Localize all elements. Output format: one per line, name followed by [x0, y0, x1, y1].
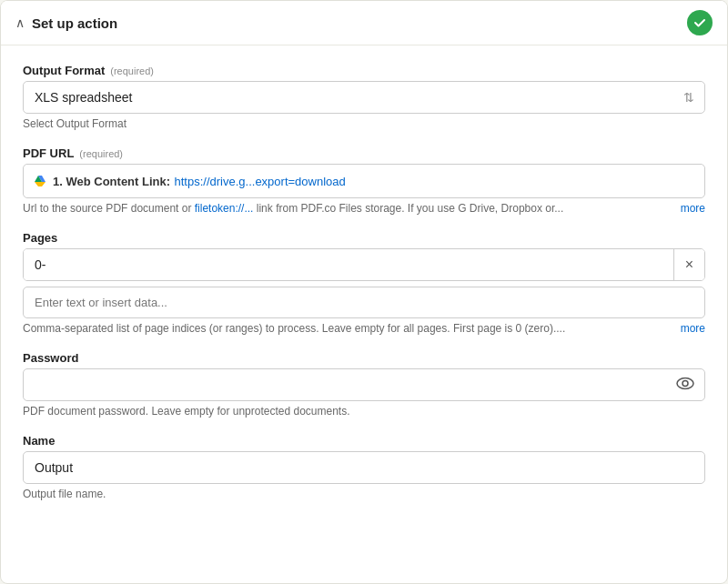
pages-clear-button[interactable]: × — [673, 249, 704, 280]
pages-insert-input[interactable] — [23, 287, 705, 318]
page-wrapper: ∧ Set up action Output Format (required)… — [0, 0, 728, 584]
eye-icon[interactable] — [676, 376, 694, 395]
password-field: Password PDF document password. Leave em… — [23, 351, 705, 418]
required-badge: (required) — [110, 65, 154, 76]
pages-field: Pages × Comma-separated list of page ind… — [23, 231, 705, 335]
pdf-required-badge: (required) — [79, 148, 123, 159]
pages-label: Pages — [23, 231, 705, 245]
url-step-value: https://drive.g...export=download — [175, 175, 346, 188]
password-input[interactable] — [23, 368, 705, 401]
done-check-icon — [687, 10, 713, 35]
filetoken-link[interactable]: filetoken://... — [195, 202, 254, 215]
form-body: Output Format (required) XLS spreadsheet… — [1, 45, 727, 535]
pages-input[interactable] — [24, 249, 673, 280]
header: ∧ Set up action — [1, 1, 727, 45]
pages-input-group: × — [23, 248, 705, 281]
output-format-select-wrapper: XLS spreadsheetCSVJSONXLSX ⇅ — [23, 81, 705, 114]
output-format-select[interactable]: XLS spreadsheetCSVJSONXLSX — [23, 81, 705, 114]
output-format-hint: Select Output Format — [23, 117, 705, 130]
pdf-url-field: PDF URL (required) 1. Web Content Link: … — [23, 146, 705, 215]
header-left: ∧ Set up action — [15, 15, 117, 31]
svg-marker-2 — [35, 182, 46, 186]
output-format-label: Output Format (required) — [23, 64, 705, 77]
pdf-url-input[interactable]: 1. Web Content Link: https://drive.g...e… — [23, 164, 705, 198]
url-step-label: 1. Web Content Link: — [53, 175, 170, 188]
gdrive-icon — [33, 174, 47, 188]
pdf-url-more-link[interactable]: more — [681, 202, 705, 215]
page-title: Set up action — [32, 15, 117, 31]
pdf-url-label: PDF URL (required) — [23, 146, 705, 160]
chevron-up-icon: ∧ — [15, 15, 25, 30]
pdf-url-hint: Url to the source PDF document or fileto… — [23, 202, 705, 215]
name-input[interactable] — [23, 451, 705, 484]
name-label: Name — [23, 434, 705, 448]
pages-hint: Comma-separated list of page indices (or… — [23, 322, 705, 335]
password-wrapper — [23, 368, 705, 401]
svg-point-3 — [677, 378, 693, 389]
output-format-field: Output Format (required) XLS spreadsheet… — [23, 64, 705, 130]
password-label: Password — [23, 351, 705, 365]
gdrive-icon-group — [33, 174, 47, 188]
svg-point-4 — [682, 381, 688, 387]
name-field: Name Output file name. — [23, 434, 705, 500]
pages-more-link[interactable]: more — [681, 322, 705, 335]
name-hint: Output file name. — [23, 488, 705, 500]
password-hint: PDF document password. Leave empty for u… — [23, 405, 705, 418]
